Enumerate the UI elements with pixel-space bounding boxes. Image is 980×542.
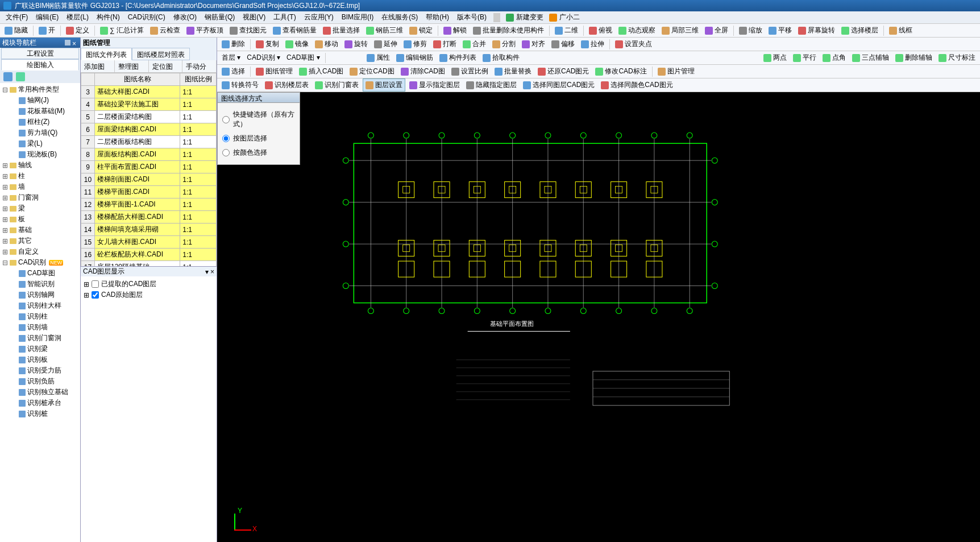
tool-btn[interactable]: 定义: [64, 24, 92, 36]
menu-item[interactable]: 文件(F): [2, 11, 31, 23]
tool-btn[interactable]: 选择同图层CAD图元: [521, 79, 597, 91]
tool-btn[interactable]: 全屏: [703, 24, 730, 36]
tool-btn[interactable]: 编辑钢筋: [394, 52, 435, 64]
tool-btn[interactable]: 镜像: [283, 38, 311, 50]
cad-canvas[interactable]: [217, 92, 980, 514]
tool-btn[interactable]: 隐藏指定图层: [464, 79, 519, 91]
tree-node[interactable]: 框柱(Z): [1, 117, 79, 127]
table-row[interactable]: 9柱平面布置图.CADI1:1: [81, 161, 217, 173]
tree-node[interactable]: ⊞ 门窗洞: [1, 192, 79, 203]
tree-node[interactable]: 识别独立基础: [1, 387, 79, 398]
tool-btn[interactable]: 图片管理: [655, 65, 697, 77]
sub-btn[interactable]: 整理图纸 ▾: [115, 60, 149, 72]
tree-node[interactable]: 识别板: [1, 354, 79, 365]
tree-node[interactable]: 识别梁: [1, 344, 79, 354]
tool-btn[interactable]: 二维: [553, 24, 580, 36]
tool-btn[interactable]: 局部三维: [659, 24, 701, 36]
table-row[interactable]: 7二层楼面板结构图1:1: [81, 136, 217, 148]
tree-node[interactable]: 识别受力筋: [1, 365, 79, 376]
table-row[interactable]: 11楼梯平面图.CADI1:1: [81, 186, 217, 198]
tab-floor-compare[interactable]: 图纸楼层对照表: [132, 48, 190, 60]
tab-draw-input[interactable]: 绘图输入: [1, 59, 79, 71]
table-row[interactable]: 4基础拉梁平法施工图1:1: [81, 98, 217, 111]
layer-checkbox[interactable]: [92, 291, 99, 299]
tool-btn[interactable]: 显示指定图层: [407, 79, 462, 91]
tool-btn[interactable]: 批量删除未使用构件: [471, 24, 546, 36]
tool-btn[interactable]: 识别门窗表: [313, 79, 361, 91]
layer-menu-icon[interactable]: ▾: [205, 268, 209, 276]
hide-btn[interactable]: 隐藏: [2, 24, 30, 36]
tool-btn[interactable]: 属性: [364, 52, 392, 64]
tool-btn[interactable]: 选择同颜色CAD图元: [599, 79, 675, 91]
menu-item[interactable]: 在线服务(S): [378, 11, 421, 23]
tool-btn[interactable]: 选择楼层: [839, 24, 881, 36]
tool-btn[interactable]: 对齐: [520, 38, 547, 50]
tool-btn[interactable]: 移动: [313, 38, 340, 50]
tool-btn[interactable]: 两点: [761, 52, 789, 64]
tool-btn[interactable]: 批量替换: [492, 65, 534, 77]
combo[interactable]: 首层 ▾: [219, 52, 243, 64]
tree-node[interactable]: 识别桩: [1, 408, 79, 419]
tool-btn[interactable]: 拾取构件: [480, 52, 522, 64]
tool-btn[interactable]: 解锁: [441, 24, 469, 36]
tree-node[interactable]: ⊟ CAD识别NEW: [1, 257, 79, 268]
drawing-grid[interactable]: 图纸名称图纸比例3基础大样图.CADI1:14基础拉梁平法施工图1:15二层楼面…: [81, 73, 217, 266]
table-row[interactable]: 17底层120隔墙基础1:1: [81, 261, 217, 267]
table-row[interactable]: 3基础大样图.CADI1:1: [81, 86, 217, 98]
tool-btn[interactable]: 钢筋三维: [364, 24, 405, 36]
sub-btn[interactable]: 定位图纸 ▾: [149, 60, 183, 72]
table-row[interactable]: 16砼栏板配筋大样.CADI1:1: [81, 249, 217, 261]
layer-checkbox[interactable]: [92, 280, 99, 288]
sub-btn[interactable]: 添加图纸 ▾: [81, 60, 115, 72]
tool-btn[interactable]: 设置夹点: [613, 38, 654, 50]
tool-btn[interactable]: 旋转: [342, 38, 370, 50]
table-row[interactable]: 12楼梯平面图-1.CADI1:1: [81, 198, 217, 211]
tool-btn[interactable]: 构件列表: [437, 52, 479, 64]
tool-btn[interactable]: 云检查: [148, 24, 182, 36]
layer-node[interactable]: ⊞已提取的CAD图层: [83, 279, 214, 289]
tree-node[interactable]: CAD草图: [1, 268, 79, 279]
tool-btn[interactable]: 修改CAD标注: [593, 65, 649, 77]
tree-node[interactable]: ⊞ 梁: [1, 203, 79, 214]
table-row[interactable]: 10楼梯剖面图.CADI1:1: [81, 173, 217, 186]
menu-item[interactable]: 云应用(Y): [301, 11, 337, 23]
tool-btn[interactable]: 平齐板顶: [184, 24, 226, 36]
menu-btn[interactable]: 新建变更: [504, 11, 546, 23]
tab-file-list[interactable]: 图纸文件列表: [81, 48, 132, 60]
tool-btn[interactable]: 批量选择: [321, 24, 362, 36]
tool-btn[interactable]: 尺寸标注: [936, 52, 978, 64]
table-row[interactable]: 13楼梯配筋大样图.CADI1:1: [81, 211, 217, 224]
tool-btn[interactable]: 缩放: [737, 24, 765, 36]
tool-btn[interactable]: 图纸管理: [254, 65, 295, 77]
tool-btn[interactable]: 选择: [219, 65, 247, 77]
tree-node[interactable]: ⊞ 柱: [1, 171, 79, 181]
tool-btn[interactable]: 识别楼层表: [263, 79, 311, 91]
tree-node[interactable]: 梁(L): [1, 138, 79, 149]
tool-btn[interactable]: 设置比例: [449, 65, 491, 77]
sub-btn[interactable]: 手动分割 ▾: [182, 60, 217, 72]
tree-node[interactable]: ⊞ 板: [1, 214, 79, 225]
tool-btn[interactable]: 偏移: [549, 38, 577, 50]
tool-btn[interactable]: 合并: [460, 38, 488, 50]
tree-node[interactable]: ⊞ 其它: [1, 235, 79, 246]
menu-item[interactable]: 构件(N): [93, 11, 123, 23]
layer-node[interactable]: ⊞CAD原始图层: [83, 289, 214, 300]
tool-btn[interactable]: 三点辅轴: [850, 52, 891, 64]
tool-btn[interactable]: 打断: [431, 38, 459, 50]
menu-item[interactable]: 楼层(L): [63, 11, 92, 23]
tree-node[interactable]: ⊞ 基础: [1, 225, 79, 235]
table-row[interactable]: 6屋面梁结构图.CADI1:1: [81, 123, 217, 136]
tool-btn[interactable]: 点角: [820, 52, 848, 64]
menu-item[interactable]: BIM应用(I): [338, 11, 377, 23]
tree-node[interactable]: 识别负筋: [1, 376, 79, 387]
menu-item[interactable]: 编辑(E): [32, 11, 62, 23]
tool-btn[interactable]: 查找图元: [227, 24, 269, 36]
tree-node[interactable]: 识别桩承台: [1, 398, 79, 408]
tree-node[interactable]: 智能识别: [1, 279, 79, 289]
tool-btn[interactable]: 插入CAD图: [297, 65, 346, 77]
tree-node[interactable]: 识别门窗洞: [1, 333, 79, 344]
close-icon[interactable]: ×: [72, 40, 78, 45]
tool-btn[interactable]: 删除辅轴: [893, 52, 935, 64]
pin-icon[interactable]: [65, 40, 70, 45]
tool-btn[interactable]: 俯视: [587, 24, 614, 36]
